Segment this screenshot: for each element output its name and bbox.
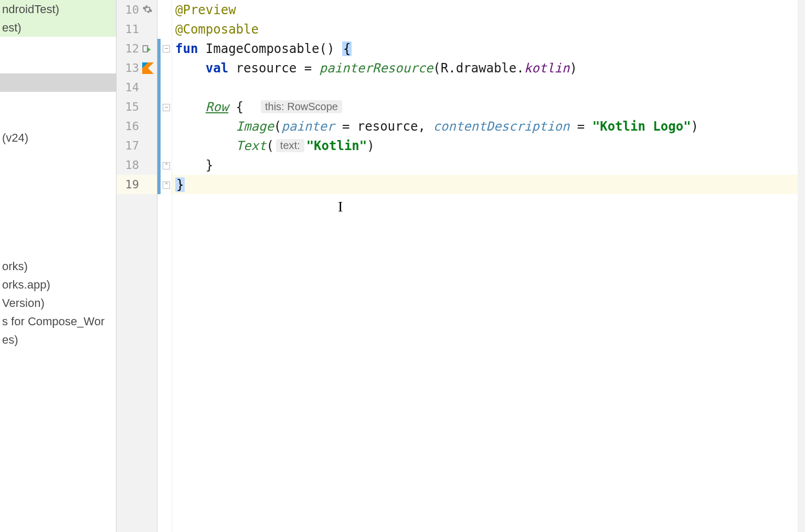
code-line-13[interactable]: val resource = painterResource(R.drawabl…: [172, 58, 798, 78]
code-line-17[interactable]: Text(text:"Kotlin"): [172, 136, 798, 155]
tree-item[interactable]: ndroidTest): [0, 0, 116, 18]
tree-item[interactable]: orks): [0, 257, 116, 275]
param-contentdescription: contentDescription: [433, 119, 569, 134]
keyword-val: val: [206, 61, 228, 76]
tree-item[interactable]: orks.app): [0, 275, 116, 294]
tree-item[interactable]: [0, 220, 116, 239]
keyword-fun: fun: [175, 41, 198, 56]
line-number[interactable]: 12: [116, 39, 157, 58]
kotlin-icon[interactable]: [142, 62, 154, 74]
tree-item[interactable]: [0, 147, 116, 165]
code-line-12[interactable]: fun ImageComposable() {: [172, 39, 798, 58]
code-line-10[interactable]: @Preview: [172, 0, 798, 19]
tree-item[interactable]: [0, 239, 116, 257]
line-number[interactable]: 18: [116, 155, 157, 175]
tree-item[interactable]: est): [0, 18, 116, 37]
change-marker[interactable]: [157, 39, 161, 194]
fold-end-icon[interactable]: ⌃: [163, 162, 170, 169]
fold-start-icon[interactable]: −: [163, 45, 170, 52]
project-tree-panel[interactable]: ndroidTest) est) (v24) orks) orks.app) V…: [0, 0, 116, 532]
annotation: @Composable: [175, 22, 259, 37]
code-line-16[interactable]: Image(painter = resource, contentDescrip…: [172, 116, 798, 136]
tree-item-selected[interactable]: [0, 73, 116, 92]
param-painter: painter: [281, 119, 334, 134]
string-literal: "Kotlin": [306, 139, 367, 153]
inlay-hint-text: text:: [276, 139, 304, 152]
ref-resource: resource: [357, 119, 418, 134]
variable-name: resource: [236, 61, 297, 76]
line-number[interactable]: 17: [116, 136, 157, 155]
call-image: Image: [236, 119, 274, 134]
tree-item[interactable]: [0, 37, 116, 55]
tree-item[interactable]: es): [0, 331, 116, 349]
line-number[interactable]: 16: [116, 116, 157, 136]
svg-marker-1: [147, 47, 151, 52]
member-ref: kotlin: [524, 61, 570, 76]
inlay-hint-rowscope: this: RowScope: [261, 100, 342, 113]
call-row: Row: [206, 100, 228, 114]
brace-close-highlight: }: [175, 177, 185, 192]
gear-icon[interactable]: [142, 4, 154, 16]
line-number[interactable]: 14: [116, 78, 157, 97]
tree-item[interactable]: [0, 184, 116, 202]
function-name: ImageComposable: [206, 41, 320, 56]
code-line-14[interactable]: [172, 78, 798, 97]
line-number[interactable]: 10: [116, 0, 157, 19]
fold-column[interactable]: − − ⌃ ⌃: [157, 0, 172, 532]
line-number[interactable]: 13: [116, 58, 157, 78]
line-number-current[interactable]: 19: [116, 175, 157, 194]
tree-item[interactable]: [0, 55, 116, 73]
code-line-19[interactable]: }: [172, 175, 798, 194]
tree-item[interactable]: [0, 92, 116, 110]
line-number[interactable]: 11: [116, 19, 157, 39]
editor-gutter[interactable]: 10 11 12 13 14 15 16 17 18 19: [116, 0, 157, 532]
code-editor[interactable]: @Preview @Composable fun ImageComposable…: [172, 0, 805, 532]
text-caret-icon: I: [338, 198, 343, 215]
tree-item[interactable]: [0, 202, 116, 220]
string-literal: "Kotlin Logo": [592, 119, 691, 134]
code-line-15[interactable]: Row { this: RowScope: [172, 97, 798, 116]
code-line-18[interactable]: }: [172, 155, 798, 175]
call-text: Text: [236, 139, 267, 153]
brace-open-highlight: {: [342, 41, 352, 56]
tree-item[interactable]: [0, 110, 116, 129]
call-painterresource: painterResource: [320, 61, 433, 76]
tree-item[interactable]: [0, 165, 116, 184]
fold-start-icon[interactable]: −: [163, 104, 170, 111]
ide-root: ndroidTest) est) (v24) orks) orks.app) V…: [0, 0, 805, 532]
run-icon[interactable]: [142, 43, 154, 55]
code-line-11[interactable]: @Composable: [172, 19, 798, 39]
tree-item[interactable]: (v24): [0, 129, 116, 147]
line-number[interactable]: 15: [116, 97, 157, 116]
fold-end-icon[interactable]: ⌃: [163, 182, 170, 189]
tree-item[interactable]: Version): [0, 294, 116, 312]
annotation: @Preview: [175, 3, 236, 17]
tree-item[interactable]: s for Compose_Wor: [0, 312, 116, 331]
